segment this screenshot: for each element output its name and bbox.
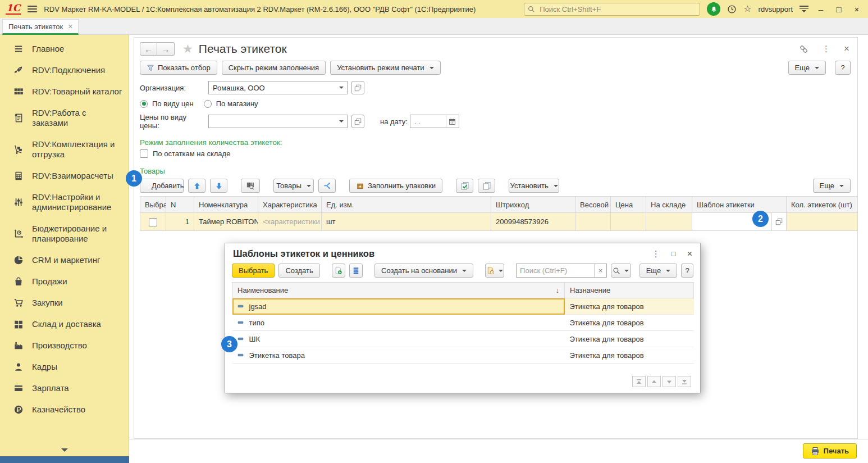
- sidebar-item-treasury[interactable]: Казначейство: [0, 399, 129, 420]
- row-price-cell[interactable]: [611, 213, 646, 231]
- sidebar-item-crm[interactable]: CRM и маркетинг: [0, 249, 129, 271]
- sidebar-item-rdv-picking[interactable]: RDV:Комплектация и отгрузка: [0, 134, 129, 165]
- search-clear-button[interactable]: ×: [594, 264, 606, 277]
- row-barcode-cell[interactable]: 2009948573926: [491, 213, 575, 231]
- template-name-cell[interactable]: типо: [232, 315, 565, 331]
- global-search[interactable]: [524, 3, 700, 16]
- print-button[interactable]: Печать: [803, 443, 857, 459]
- favorites-star-icon[interactable]: ☆: [743, 4, 751, 13]
- row-template-cell[interactable]: [692, 213, 787, 231]
- radio-by-store[interactable]: [204, 100, 212, 108]
- create-group-button[interactable]: [332, 264, 345, 278]
- check-all-button[interactable]: [456, 179, 473, 193]
- template-row[interactable]: Этикетка товара Этикетка для товаров: [232, 347, 694, 364]
- doc-schedule-button[interactable]: [485, 264, 504, 278]
- template-name-cell[interactable]: Этикетка товара: [232, 347, 565, 364]
- go-first-button[interactable]: [632, 376, 646, 387]
- search-settings-button[interactable]: [611, 264, 631, 278]
- form-help-button[interactable]: ?: [835, 61, 851, 75]
- sidebar-item-hr[interactable]: Кадры: [0, 356, 129, 378]
- row-count-cell[interactable]: [787, 213, 858, 231]
- col-in-stock[interactable]: На складе: [646, 197, 692, 213]
- dispatch-button[interactable]: [318, 179, 336, 193]
- list-view-button[interactable]: [349, 264, 363, 278]
- dialog-help-button[interactable]: ?: [681, 264, 693, 278]
- form-more-button[interactable]: Еще: [788, 61, 826, 75]
- sidebar-item-purchases[interactable]: Закупки: [0, 292, 129, 314]
- close-button[interactable]: ×: [851, 5, 862, 13]
- row-stock-cell[interactable]: [646, 213, 692, 231]
- sidebar-item-rdv-orders[interactable]: RDV:Работа с заказами: [0, 102, 129, 134]
- sidebar-item-rdv-catalog[interactable]: RDV:Товарный каталог: [0, 81, 129, 102]
- date-field[interactable]: . .: [410, 115, 459, 128]
- radio-by-price-type[interactable]: [140, 100, 148, 108]
- go-up-button[interactable]: [647, 376, 661, 387]
- template-purpose-cell[interactable]: Этикетка для товаров: [565, 347, 694, 364]
- current-user[interactable]: rdvsupport: [759, 5, 793, 13]
- template-purpose-cell[interactable]: Этикетка для товаров: [565, 331, 694, 347]
- goods-more-button[interactable]: Еще: [813, 179, 851, 193]
- tab-print-labels[interactable]: Печать этикеток ×: [2, 19, 79, 35]
- favorite-star-icon[interactable]: ★: [182, 42, 193, 56]
- go-down-button[interactable]: [663, 376, 676, 387]
- price-type-open-button[interactable]: [351, 115, 364, 128]
- sidebar-item-budgeting[interactable]: Бюджетирование и планирование: [0, 218, 129, 249]
- organization-combobox[interactable]: Ромашка, ООО: [208, 81, 348, 94]
- fill-packages-button[interactable]: Заполнить упаковки: [349, 179, 442, 193]
- set-menu-button[interactable]: Установить: [509, 179, 559, 193]
- col-purpose[interactable]: Назначение: [565, 283, 694, 298]
- dialog-search-field[interactable]: ×: [516, 264, 607, 278]
- col-weight[interactable]: Весовой: [575, 197, 611, 213]
- sidebar-item-rdv-connections[interactable]: RDV:Подключения: [0, 60, 129, 81]
- sidebar-item-rdv-settlements[interactable]: RDV:Взаиморасчеты: [0, 165, 129, 187]
- tools-menu-icon[interactable]: [800, 6, 808, 13]
- col-selected[interactable]: Выбран: [140, 197, 166, 213]
- col-unit[interactable]: Ед. изм.: [322, 197, 491, 213]
- template-open-button[interactable]: [771, 213, 786, 230]
- col-label-count[interactable]: Кол. этикеток (шт): [787, 197, 858, 213]
- col-price[interactable]: Цена: [611, 197, 646, 213]
- maximize-button[interactable]: □: [833, 5, 844, 13]
- add-row-button[interactable]: Добавить: [140, 179, 184, 193]
- template-purpose-cell[interactable]: Этикетка для товаров: [565, 315, 694, 331]
- template-name-cell[interactable]: jgsad: [232, 298, 565, 315]
- sidebar-item-warehouse[interactable]: Склад и доставка: [0, 314, 129, 335]
- back-button[interactable]: ←: [140, 42, 157, 56]
- template-row[interactable]: ШК Этикетка для товаров: [232, 331, 694, 347]
- col-characteristic[interactable]: Характеристика: [258, 197, 322, 213]
- template-name-cell[interactable]: ШК: [232, 331, 565, 347]
- combo-caret[interactable]: [336, 81, 347, 94]
- tab-close-icon[interactable]: ×: [68, 22, 72, 31]
- col-label-template[interactable]: Шаблон этикетки: [692, 197, 787, 213]
- sidebar-item-salary[interactable]: Зарплата: [0, 378, 129, 399]
- hide-fill-mode-button[interactable]: Скрыть режим заполнения: [222, 61, 326, 75]
- price-type-combobox[interactable]: [208, 115, 348, 128]
- row-weight-cell[interactable]: [575, 213, 611, 231]
- create-button[interactable]: Создать: [278, 264, 319, 278]
- row-characteristic-cell[interactable]: <характеристики ...: [258, 213, 322, 231]
- notifications-bell-icon[interactable]: [707, 2, 720, 16]
- template-purpose-cell[interactable]: Этикетка для товаров: [565, 298, 694, 315]
- sidebar-item-production[interactable]: Производство: [0, 335, 129, 356]
- history-icon[interactable]: [727, 4, 737, 14]
- dialog-header[interactable]: Шаблоны этикеток и ценников ⋮ □ ×: [225, 243, 700, 262]
- dialog-search-input[interactable]: [517, 266, 594, 275]
- barcode-scan-button[interactable]: [241, 179, 260, 193]
- go-last-button[interactable]: [678, 376, 691, 387]
- form-more-icon[interactable]: ⋮: [822, 44, 830, 54]
- row-unit-cell[interactable]: шт: [322, 213, 491, 231]
- dialog-more-button[interactable]: Еще: [639, 264, 677, 278]
- search-input[interactable]: [538, 4, 696, 14]
- dialog-maximize-icon[interactable]: □: [671, 249, 676, 258]
- move-down-button[interactable]: [210, 179, 227, 193]
- uncheck-all-button[interactable]: [478, 179, 495, 193]
- forward-button[interactable]: →: [157, 42, 175, 56]
- form-close-icon[interactable]: ×: [844, 43, 849, 55]
- col-name[interactable]: Наименование↓: [232, 283, 565, 298]
- col-nomenclature[interactable]: Номенклатура: [194, 197, 258, 213]
- goods-menu-button[interactable]: Товары: [273, 179, 314, 193]
- link-icon[interactable]: [799, 44, 808, 54]
- template-row[interactable]: типо Этикетка для товаров: [232, 315, 694, 331]
- template-editor[interactable]: [692, 213, 786, 230]
- main-menu-icon[interactable]: [28, 6, 37, 12]
